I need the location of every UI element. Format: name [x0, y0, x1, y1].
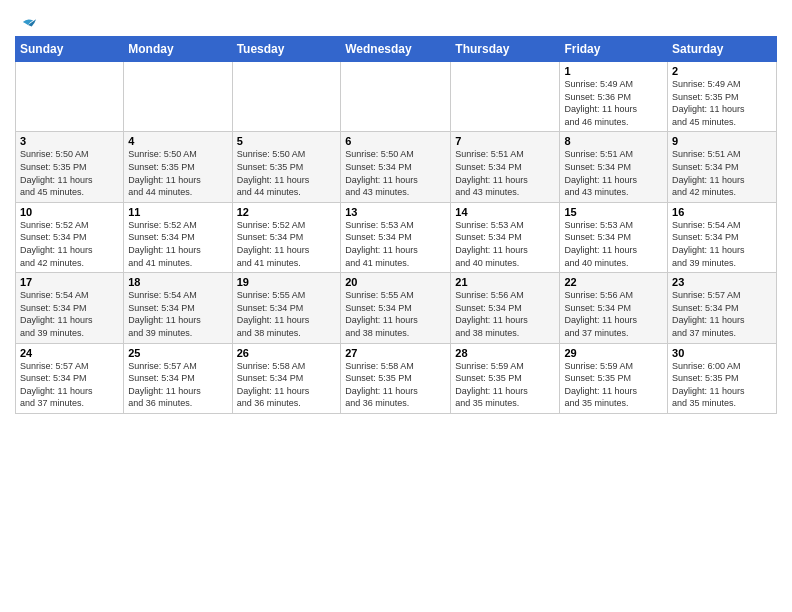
day-cell: 22Sunrise: 5:56 AM Sunset: 5:34 PM Dayli… — [560, 273, 668, 343]
day-cell — [232, 62, 341, 132]
week-row-1: 1Sunrise: 5:49 AM Sunset: 5:36 PM Daylig… — [16, 62, 777, 132]
week-row-4: 17Sunrise: 5:54 AM Sunset: 5:34 PM Dayli… — [16, 273, 777, 343]
weekday-tuesday: Tuesday — [232, 37, 341, 62]
day-info: Sunrise: 5:50 AM Sunset: 5:34 PM Dayligh… — [345, 148, 446, 198]
calendar: SundayMondayTuesdayWednesdayThursdayFrid… — [15, 36, 777, 414]
day-cell: 6Sunrise: 5:50 AM Sunset: 5:34 PM Daylig… — [341, 132, 451, 202]
day-info: Sunrise: 5:59 AM Sunset: 5:35 PM Dayligh… — [564, 360, 663, 410]
day-number: 7 — [455, 135, 555, 147]
day-cell: 13Sunrise: 5:53 AM Sunset: 5:34 PM Dayli… — [341, 202, 451, 272]
day-info: Sunrise: 5:54 AM Sunset: 5:34 PM Dayligh… — [20, 289, 119, 339]
day-number: 6 — [345, 135, 446, 147]
day-info: Sunrise: 5:50 AM Sunset: 5:35 PM Dayligh… — [237, 148, 337, 198]
day-cell: 2Sunrise: 5:49 AM Sunset: 5:35 PM Daylig… — [668, 62, 777, 132]
day-info: Sunrise: 5:53 AM Sunset: 5:34 PM Dayligh… — [345, 219, 446, 269]
day-info: Sunrise: 5:58 AM Sunset: 5:35 PM Dayligh… — [345, 360, 446, 410]
day-number: 16 — [672, 206, 772, 218]
day-info: Sunrise: 5:55 AM Sunset: 5:34 PM Dayligh… — [345, 289, 446, 339]
weekday-sunday: Sunday — [16, 37, 124, 62]
day-cell: 11Sunrise: 5:52 AM Sunset: 5:34 PM Dayli… — [124, 202, 232, 272]
day-number: 17 — [20, 276, 119, 288]
day-cell: 8Sunrise: 5:51 AM Sunset: 5:34 PM Daylig… — [560, 132, 668, 202]
day-number: 29 — [564, 347, 663, 359]
day-cell: 19Sunrise: 5:55 AM Sunset: 5:34 PM Dayli… — [232, 273, 341, 343]
day-cell: 28Sunrise: 5:59 AM Sunset: 5:35 PM Dayli… — [451, 343, 560, 413]
weekday-monday: Monday — [124, 37, 232, 62]
day-cell: 16Sunrise: 5:54 AM Sunset: 5:34 PM Dayli… — [668, 202, 777, 272]
day-number: 27 — [345, 347, 446, 359]
day-info: Sunrise: 5:53 AM Sunset: 5:34 PM Dayligh… — [455, 219, 555, 269]
day-cell: 23Sunrise: 5:57 AM Sunset: 5:34 PM Dayli… — [668, 273, 777, 343]
weekday-wednesday: Wednesday — [341, 37, 451, 62]
day-info: Sunrise: 5:59 AM Sunset: 5:35 PM Dayligh… — [455, 360, 555, 410]
week-row-2: 3Sunrise: 5:50 AM Sunset: 5:35 PM Daylig… — [16, 132, 777, 202]
day-number: 2 — [672, 65, 772, 77]
week-row-5: 24Sunrise: 5:57 AM Sunset: 5:34 PM Dayli… — [16, 343, 777, 413]
day-info: Sunrise: 5:52 AM Sunset: 5:34 PM Dayligh… — [128, 219, 227, 269]
day-info: Sunrise: 5:51 AM Sunset: 5:34 PM Dayligh… — [564, 148, 663, 198]
day-number: 1 — [564, 65, 663, 77]
day-cell: 4Sunrise: 5:50 AM Sunset: 5:35 PM Daylig… — [124, 132, 232, 202]
day-cell: 5Sunrise: 5:50 AM Sunset: 5:35 PM Daylig… — [232, 132, 341, 202]
weekday-thursday: Thursday — [451, 37, 560, 62]
day-cell: 3Sunrise: 5:50 AM Sunset: 5:35 PM Daylig… — [16, 132, 124, 202]
weekday-friday: Friday — [560, 37, 668, 62]
day-info: Sunrise: 5:55 AM Sunset: 5:34 PM Dayligh… — [237, 289, 337, 339]
day-number: 19 — [237, 276, 337, 288]
day-info: Sunrise: 5:52 AM Sunset: 5:34 PM Dayligh… — [20, 219, 119, 269]
day-number: 9 — [672, 135, 772, 147]
weekday-header-row: SundayMondayTuesdayWednesdayThursdayFrid… — [16, 37, 777, 62]
day-info: Sunrise: 5:53 AM Sunset: 5:34 PM Dayligh… — [564, 219, 663, 269]
day-number: 3 — [20, 135, 119, 147]
day-number: 12 — [237, 206, 337, 218]
day-number: 15 — [564, 206, 663, 218]
header — [15, 10, 777, 32]
day-cell — [341, 62, 451, 132]
day-number: 21 — [455, 276, 555, 288]
day-info: Sunrise: 5:50 AM Sunset: 5:35 PM Dayligh… — [128, 148, 227, 198]
day-number: 23 — [672, 276, 772, 288]
day-info: Sunrise: 5:58 AM Sunset: 5:34 PM Dayligh… — [237, 360, 337, 410]
day-cell: 18Sunrise: 5:54 AM Sunset: 5:34 PM Dayli… — [124, 273, 232, 343]
day-number: 5 — [237, 135, 337, 147]
day-cell: 29Sunrise: 5:59 AM Sunset: 5:35 PM Dayli… — [560, 343, 668, 413]
day-info: Sunrise: 5:57 AM Sunset: 5:34 PM Dayligh… — [20, 360, 119, 410]
day-number: 24 — [20, 347, 119, 359]
day-number: 20 — [345, 276, 446, 288]
day-info: Sunrise: 5:52 AM Sunset: 5:34 PM Dayligh… — [237, 219, 337, 269]
day-number: 13 — [345, 206, 446, 218]
day-cell: 30Sunrise: 6:00 AM Sunset: 5:35 PM Dayli… — [668, 343, 777, 413]
day-info: Sunrise: 5:49 AM Sunset: 5:35 PM Dayligh… — [672, 78, 772, 128]
day-cell: 9Sunrise: 5:51 AM Sunset: 5:34 PM Daylig… — [668, 132, 777, 202]
day-cell: 27Sunrise: 5:58 AM Sunset: 5:35 PM Dayli… — [341, 343, 451, 413]
day-info: Sunrise: 5:54 AM Sunset: 5:34 PM Dayligh… — [128, 289, 227, 339]
day-cell — [16, 62, 124, 132]
day-cell: 10Sunrise: 5:52 AM Sunset: 5:34 PM Dayli… — [16, 202, 124, 272]
day-cell — [451, 62, 560, 132]
day-cell — [124, 62, 232, 132]
day-info: Sunrise: 5:56 AM Sunset: 5:34 PM Dayligh… — [564, 289, 663, 339]
day-cell: 24Sunrise: 5:57 AM Sunset: 5:34 PM Dayli… — [16, 343, 124, 413]
day-info: Sunrise: 5:51 AM Sunset: 5:34 PM Dayligh… — [672, 148, 772, 198]
day-number: 18 — [128, 276, 227, 288]
logo — [15, 14, 39, 32]
day-info: Sunrise: 6:00 AM Sunset: 5:35 PM Dayligh… — [672, 360, 772, 410]
day-number: 4 — [128, 135, 227, 147]
day-cell: 21Sunrise: 5:56 AM Sunset: 5:34 PM Dayli… — [451, 273, 560, 343]
day-info: Sunrise: 5:49 AM Sunset: 5:36 PM Dayligh… — [564, 78, 663, 128]
day-number: 8 — [564, 135, 663, 147]
day-number: 25 — [128, 347, 227, 359]
day-cell: 25Sunrise: 5:57 AM Sunset: 5:34 PM Dayli… — [124, 343, 232, 413]
day-number: 30 — [672, 347, 772, 359]
day-info: Sunrise: 5:56 AM Sunset: 5:34 PM Dayligh… — [455, 289, 555, 339]
day-number: 10 — [20, 206, 119, 218]
day-number: 28 — [455, 347, 555, 359]
logo-bird-icon — [17, 14, 39, 36]
day-info: Sunrise: 5:57 AM Sunset: 5:34 PM Dayligh… — [672, 289, 772, 339]
day-cell: 20Sunrise: 5:55 AM Sunset: 5:34 PM Dayli… — [341, 273, 451, 343]
week-row-3: 10Sunrise: 5:52 AM Sunset: 5:34 PM Dayli… — [16, 202, 777, 272]
day-number: 11 — [128, 206, 227, 218]
weekday-saturday: Saturday — [668, 37, 777, 62]
day-info: Sunrise: 5:51 AM Sunset: 5:34 PM Dayligh… — [455, 148, 555, 198]
day-cell: 26Sunrise: 5:58 AM Sunset: 5:34 PM Dayli… — [232, 343, 341, 413]
